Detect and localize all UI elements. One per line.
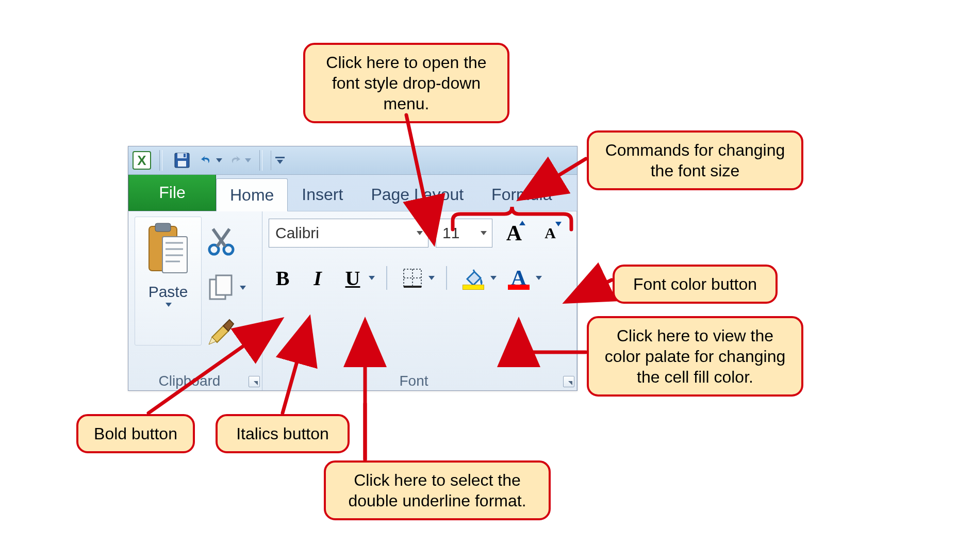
dropdown-caret-icon[interactable] xyxy=(490,276,497,280)
fill-color-split-button[interactable] xyxy=(458,264,497,292)
tab-formulas-label: Formula xyxy=(491,185,552,204)
tab-home-label: Home xyxy=(230,186,274,205)
underline-split-button[interactable]: U xyxy=(339,264,375,292)
excel-app-icon[interactable]: X xyxy=(133,151,151,170)
scissors-icon xyxy=(206,226,237,257)
font-size-value: 11 xyxy=(442,224,459,242)
dropdown-caret-icon[interactable] xyxy=(428,276,435,280)
bar-icon xyxy=(275,157,285,158)
font-dialog-launcher[interactable] xyxy=(563,376,574,387)
paintbrush-icon xyxy=(206,317,237,348)
font-color-swatch xyxy=(508,285,530,290)
separator xyxy=(446,266,447,290)
tab-file-label: File xyxy=(159,183,186,202)
borders-split-button[interactable] xyxy=(399,264,435,292)
font-name-combo[interactable]: Calibri xyxy=(269,219,428,248)
dropdown-caret-icon xyxy=(240,286,246,290)
copy-button[interactable] xyxy=(206,272,246,303)
font-color-button[interactable]: A xyxy=(504,264,534,292)
callout-font-dropdown: Click here to open the font style drop-d… xyxy=(303,43,509,123)
bold-button[interactable]: B xyxy=(269,264,296,292)
dropdown-caret-icon xyxy=(216,158,222,162)
callout-text: Click here to open the font style drop-d… xyxy=(326,53,486,113)
format-painter-button[interactable] xyxy=(206,317,246,350)
bold-letter: B xyxy=(276,266,290,290)
clipboard-dialog-launcher[interactable] xyxy=(249,376,260,387)
dropdown-caret-icon xyxy=(166,303,172,307)
callout-fill-color: Click here to view the color palate for … xyxy=(587,316,803,397)
svg-rect-5 xyxy=(155,223,171,232)
svg-rect-2 xyxy=(178,161,186,167)
paste-label: Paste xyxy=(148,283,188,301)
fill-color-button[interactable] xyxy=(458,264,488,292)
increase-font-size-button[interactable]: A xyxy=(500,219,529,248)
cut-button[interactable] xyxy=(206,226,246,259)
save-button[interactable] xyxy=(171,150,193,171)
decrease-caret-icon xyxy=(555,222,562,226)
separator xyxy=(386,266,387,290)
underline-button[interactable]: U xyxy=(339,264,367,292)
save-icon xyxy=(173,152,191,169)
font-size-combo[interactable]: 11 xyxy=(436,219,492,248)
dropdown-caret-icon xyxy=(481,231,487,235)
underline-letter: U xyxy=(345,266,360,290)
callout-text: Commands for changing the font size xyxy=(605,141,785,180)
tab-insert-label: Insert xyxy=(302,185,343,204)
excel-app-letter: X xyxy=(137,153,146,169)
redo-button[interactable] xyxy=(228,150,251,171)
callout-text: Click here to select the double underlin… xyxy=(348,471,526,510)
callout-text: Click here to view the color palate for … xyxy=(605,326,785,386)
undo-icon xyxy=(200,152,213,169)
tab-formulas[interactable]: Formula xyxy=(477,178,566,211)
clipboard-side-buttons xyxy=(206,217,246,350)
callout-text: Font color button xyxy=(633,275,757,293)
letter-a-small: A xyxy=(544,224,556,242)
ribbon-groups: Paste xyxy=(128,211,577,390)
font-row-1: Calibri 11 A A xyxy=(269,219,565,248)
undo-button[interactable] xyxy=(200,150,222,171)
italic-letter: I xyxy=(314,266,322,290)
ribbon-tabs: File Home Insert Page Layout Formula xyxy=(128,175,577,211)
dropdown-caret-icon[interactable] xyxy=(369,276,375,280)
borders-button[interactable] xyxy=(399,264,426,292)
dropdown-caret-icon xyxy=(277,160,283,164)
svg-rect-3 xyxy=(184,154,186,157)
dropdown-caret-icon xyxy=(245,158,251,162)
callout-bold: Bold button xyxy=(76,414,195,453)
excel-ribbon: X xyxy=(128,146,578,391)
dropdown-caret-icon xyxy=(417,231,423,235)
group-clipboard-label: Clipboard xyxy=(128,373,251,389)
svg-rect-14 xyxy=(216,275,232,295)
tab-insert[interactable]: Insert xyxy=(288,178,357,211)
callout-text: Italics button xyxy=(236,424,329,443)
group-clipboard: Paste xyxy=(128,211,262,390)
dropdown-caret-icon[interactable] xyxy=(536,276,542,280)
tab-page-layout[interactable]: Page Layout xyxy=(357,178,477,211)
customize-qat-button[interactable] xyxy=(271,151,285,170)
paste-icon xyxy=(145,221,191,280)
tab-file[interactable]: File xyxy=(128,175,216,211)
borders-icon xyxy=(402,268,423,288)
tab-page-layout-label: Page Layout xyxy=(371,185,464,204)
callout-text: Bold button xyxy=(94,424,177,443)
callout-font-size-commands: Commands for changing the font size xyxy=(587,130,803,190)
title-bar: X xyxy=(128,146,577,175)
callout-double-underline: Click here to select the double underlin… xyxy=(324,460,551,520)
increase-caret-icon xyxy=(519,221,525,225)
qat-separator xyxy=(259,150,262,171)
svg-rect-15 xyxy=(404,269,421,287)
callout-italics: Italics button xyxy=(216,414,350,453)
paste-button[interactable]: Paste xyxy=(135,217,202,345)
italic-button[interactable]: I xyxy=(304,264,332,292)
redo-icon xyxy=(228,152,242,169)
font-name-value: Calibri xyxy=(275,224,319,242)
qat-separator xyxy=(159,150,162,171)
tab-home[interactable]: Home xyxy=(216,178,288,211)
group-font-label: Font xyxy=(262,373,565,389)
fill-color-swatch xyxy=(463,285,484,290)
font-color-split-button[interactable]: A xyxy=(504,264,542,292)
decrease-font-size-button[interactable]: A xyxy=(536,219,565,248)
group-font: Calibri 11 A A xyxy=(262,211,577,390)
font-row-2: B I U xyxy=(269,264,542,292)
callout-font-color: Font color button xyxy=(613,265,778,304)
